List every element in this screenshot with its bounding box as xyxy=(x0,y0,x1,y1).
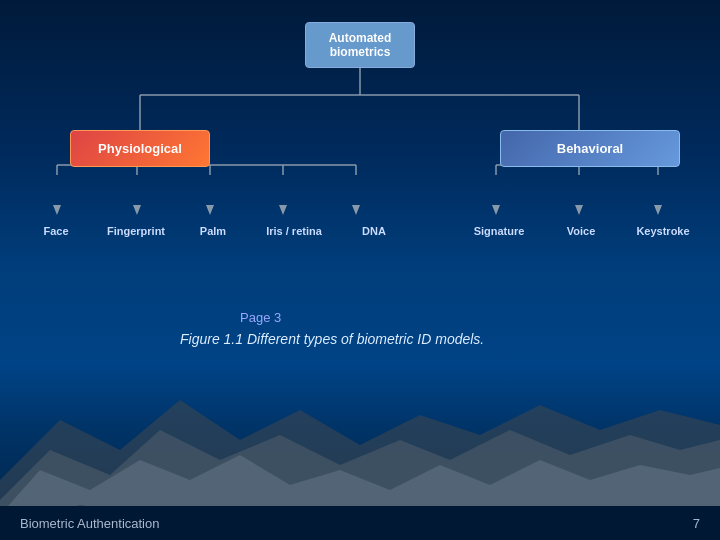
figure-caption: Figure 1.1 Different types of biometric … xyxy=(0,331,720,347)
leaf-dna: DNA xyxy=(338,218,410,244)
behavioral-label: Behavioral xyxy=(557,141,623,156)
physiological-node: Physiological xyxy=(70,130,210,167)
footer: Biometric Authentication 7 xyxy=(0,506,720,540)
physiological-label: Physiological xyxy=(98,141,182,156)
leaf-face: Face xyxy=(16,218,96,244)
leaf-voice: Voice xyxy=(540,218,622,244)
root-node: Automated biometrics xyxy=(305,22,415,68)
leaf-keystroke: Keystroke xyxy=(622,218,704,244)
footer-page: 7 xyxy=(693,516,700,531)
page-label: Page 3 xyxy=(0,310,720,325)
root-label: Automated biometrics xyxy=(329,31,392,59)
leaf-palm: Palm xyxy=(176,218,250,244)
behavioral-node: Behavioral xyxy=(500,130,680,167)
caption-area: Page 3 Figure 1.1 Different types of bio… xyxy=(0,310,720,347)
leaf-signature: Signature xyxy=(458,218,540,244)
footer-text: Biometric Authentication xyxy=(20,516,159,531)
leaf-fingerprint: Fingerprint xyxy=(96,218,176,244)
leaf-iris-retina: Iris / retina xyxy=(250,218,338,244)
